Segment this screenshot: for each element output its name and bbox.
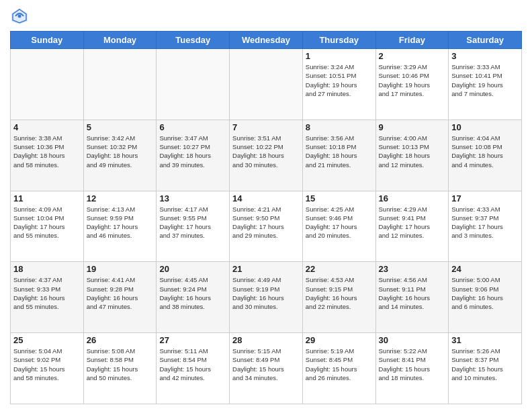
- calendar-cell: 13Sunrise: 4:17 AM Sunset: 9:55 PM Dayli…: [157, 191, 230, 262]
- day-number: 21: [232, 264, 300, 274]
- day-number: 23: [379, 264, 446, 274]
- day-number: 1: [306, 51, 373, 61]
- day-info: Sunrise: 4:53 AM Sunset: 9:15 PM Dayligh…: [306, 275, 373, 311]
- day-info: Sunrise: 4:13 AM Sunset: 9:59 PM Dayligh…: [87, 205, 154, 240]
- day-info: Sunrise: 3:38 AM Sunset: 10:36 PM Daylig…: [13, 134, 81, 169]
- week-row-4: 18Sunrise: 4:37 AM Sunset: 9:33 PM Dayli…: [11, 262, 522, 333]
- day-number: 15: [306, 193, 373, 203]
- day-number: 11: [13, 193, 81, 203]
- calendar-cell: 11Sunrise: 4:09 AM Sunset: 10:04 PM Dayl…: [11, 191, 84, 262]
- calendar-cell: 29Sunrise: 5:19 AM Sunset: 8:45 PM Dayli…: [302, 333, 375, 404]
- calendar-cell: 25Sunrise: 5:04 AM Sunset: 9:02 PM Dayli…: [11, 333, 84, 404]
- calendar-cell: 5Sunrise: 3:42 AM Sunset: 10:32 PM Dayli…: [83, 120, 157, 191]
- day-info: Sunrise: 4:21 AM Sunset: 9:50 PM Dayligh…: [232, 205, 300, 240]
- header-day-saturday: Saturday: [449, 32, 522, 49]
- day-info: Sunrise: 3:56 AM Sunset: 10:18 PM Daylig…: [306, 134, 373, 169]
- calendar-cell: 27Sunrise: 5:11 AM Sunset: 8:54 PM Dayli…: [157, 333, 230, 404]
- calendar-cell: 28Sunrise: 5:15 AM Sunset: 8:49 PM Dayli…: [230, 333, 303, 404]
- day-number: 12: [87, 193, 154, 203]
- calendar-cell: 12Sunrise: 4:13 AM Sunset: 9:59 PM Dayli…: [83, 191, 157, 262]
- header-day-thursday: Thursday: [302, 32, 375, 49]
- day-number: 8: [306, 122, 373, 132]
- calendar-cell: 22Sunrise: 4:53 AM Sunset: 9:15 PM Dayli…: [302, 262, 375, 333]
- calendar-cell: [11, 49, 84, 120]
- calendar-cell: 7Sunrise: 3:51 AM Sunset: 10:22 PM Dayli…: [230, 120, 303, 191]
- day-number: 18: [13, 264, 81, 274]
- day-info: Sunrise: 5:00 AM Sunset: 9:06 PM Dayligh…: [451, 275, 519, 311]
- calendar-cell: 24Sunrise: 5:00 AM Sunset: 9:06 PM Dayli…: [449, 262, 522, 333]
- day-info: Sunrise: 4:45 AM Sunset: 9:24 PM Dayligh…: [159, 275, 226, 311]
- day-number: 13: [159, 193, 226, 203]
- day-info: Sunrise: 4:37 AM Sunset: 9:33 PM Dayligh…: [13, 275, 81, 311]
- day-number: 16: [379, 193, 446, 203]
- day-info: Sunrise: 4:04 AM Sunset: 10:08 PM Daylig…: [451, 134, 519, 169]
- day-number: 25: [13, 335, 81, 345]
- header-day-tuesday: Tuesday: [157, 32, 230, 49]
- calendar-table: SundayMondayTuesdayWednesdayThursdayFrid…: [10, 31, 522, 404]
- day-number: 28: [232, 335, 300, 345]
- calendar-cell: 6Sunrise: 3:47 AM Sunset: 10:27 PM Dayli…: [157, 120, 230, 191]
- day-info: Sunrise: 5:22 AM Sunset: 8:41 PM Dayligh…: [379, 347, 446, 382]
- calendar-cell: 20Sunrise: 4:45 AM Sunset: 9:24 PM Dayli…: [157, 262, 230, 333]
- calendar-cell: 3Sunrise: 3:33 AM Sunset: 10:41 PM Dayli…: [449, 49, 522, 120]
- day-info: Sunrise: 5:26 AM Sunset: 8:37 PM Dayligh…: [451, 347, 519, 382]
- day-number: 17: [451, 193, 519, 203]
- calendar-cell: 2Sunrise: 3:29 AM Sunset: 10:46 PM Dayli…: [375, 49, 449, 120]
- day-info: Sunrise: 5:15 AM Sunset: 8:49 PM Dayligh…: [232, 347, 300, 382]
- day-info: Sunrise: 5:08 AM Sunset: 8:58 PM Dayligh…: [87, 347, 154, 382]
- day-number: 5: [87, 122, 154, 132]
- calendar-cell: 15Sunrise: 4:25 AM Sunset: 9:46 PM Dayli…: [302, 191, 375, 262]
- day-info: Sunrise: 4:25 AM Sunset: 9:46 PM Dayligh…: [306, 205, 373, 240]
- header-day-wednesday: Wednesday: [230, 32, 303, 49]
- day-number: 10: [451, 122, 519, 132]
- day-info: Sunrise: 5:11 AM Sunset: 8:54 PM Dayligh…: [159, 347, 226, 382]
- day-number: 3: [451, 51, 519, 61]
- page: SundayMondayTuesdayWednesdayThursdayFrid…: [0, 0, 532, 411]
- calendar-cell: 30Sunrise: 5:22 AM Sunset: 8:41 PM Dayli…: [375, 333, 449, 404]
- calendar-cell: 21Sunrise: 4:49 AM Sunset: 9:19 PM Dayli…: [230, 262, 303, 333]
- calendar-cell: 18Sunrise: 4:37 AM Sunset: 9:33 PM Dayli…: [11, 262, 84, 333]
- day-info: Sunrise: 4:49 AM Sunset: 9:19 PM Dayligh…: [232, 275, 300, 311]
- calendar-cell: 8Sunrise: 3:56 AM Sunset: 10:18 PM Dayli…: [302, 120, 375, 191]
- calendar-cell: 31Sunrise: 5:26 AM Sunset: 8:37 PM Dayli…: [449, 333, 522, 404]
- day-info: Sunrise: 4:56 AM Sunset: 9:11 PM Dayligh…: [379, 275, 446, 311]
- calendar-cell: 17Sunrise: 4:33 AM Sunset: 9:37 PM Dayli…: [449, 191, 522, 262]
- calendar-cell: 26Sunrise: 5:08 AM Sunset: 8:58 PM Dayli…: [83, 333, 157, 404]
- day-info: Sunrise: 3:24 AM Sunset: 10:51 PM Daylig…: [306, 62, 373, 98]
- day-info: Sunrise: 3:29 AM Sunset: 10:46 PM Daylig…: [379, 62, 446, 98]
- day-number: 6: [159, 122, 226, 132]
- calendar-cell: [230, 49, 303, 120]
- day-number: 7: [232, 122, 300, 132]
- day-info: Sunrise: 4:00 AM Sunset: 10:13 PM Daylig…: [379, 134, 446, 169]
- calendar-cell: [157, 49, 230, 120]
- calendar-cell: 1Sunrise: 3:24 AM Sunset: 10:51 PM Dayli…: [302, 49, 375, 120]
- header-day-monday: Monday: [83, 32, 157, 49]
- calendar-cell: 14Sunrise: 4:21 AM Sunset: 9:50 PM Dayli…: [230, 191, 303, 262]
- calendar-cell: [83, 49, 157, 120]
- day-number: 9: [379, 122, 446, 132]
- header-row: SundayMondayTuesdayWednesdayThursdayFrid…: [11, 32, 522, 49]
- week-row-5: 25Sunrise: 5:04 AM Sunset: 9:02 PM Dayli…: [11, 333, 522, 404]
- calendar-cell: 9Sunrise: 4:00 AM Sunset: 10:13 PM Dayli…: [375, 120, 449, 191]
- day-info: Sunrise: 5:19 AM Sunset: 8:45 PM Dayligh…: [306, 347, 373, 382]
- svg-point-2: [18, 15, 21, 18]
- day-info: Sunrise: 3:47 AM Sunset: 10:27 PM Daylig…: [159, 134, 226, 169]
- header-day-friday: Friday: [375, 32, 449, 49]
- header-day-sunday: Sunday: [11, 32, 84, 49]
- calendar-cell: 23Sunrise: 4:56 AM Sunset: 9:11 PM Dayli…: [375, 262, 449, 333]
- calendar-cell: 16Sunrise: 4:29 AM Sunset: 9:41 PM Dayli…: [375, 191, 449, 262]
- logo-icon: [10, 7, 29, 26]
- day-number: 24: [451, 264, 519, 274]
- header: [10, 7, 522, 26]
- day-info: Sunrise: 4:17 AM Sunset: 9:55 PM Dayligh…: [159, 205, 226, 240]
- day-info: Sunrise: 3:51 AM Sunset: 10:22 PM Daylig…: [232, 134, 300, 169]
- day-info: Sunrise: 5:04 AM Sunset: 9:02 PM Dayligh…: [13, 347, 81, 382]
- calendar-cell: 10Sunrise: 4:04 AM Sunset: 10:08 PM Dayl…: [449, 120, 522, 191]
- day-number: 2: [379, 51, 446, 61]
- day-number: 26: [87, 335, 154, 345]
- day-number: 20: [159, 264, 226, 274]
- calendar-cell: 19Sunrise: 4:41 AM Sunset: 9:28 PM Dayli…: [83, 262, 157, 333]
- week-row-2: 4Sunrise: 3:38 AM Sunset: 10:36 PM Dayli…: [11, 120, 522, 191]
- week-row-3: 11Sunrise: 4:09 AM Sunset: 10:04 PM Dayl…: [11, 191, 522, 262]
- day-number: 19: [87, 264, 154, 274]
